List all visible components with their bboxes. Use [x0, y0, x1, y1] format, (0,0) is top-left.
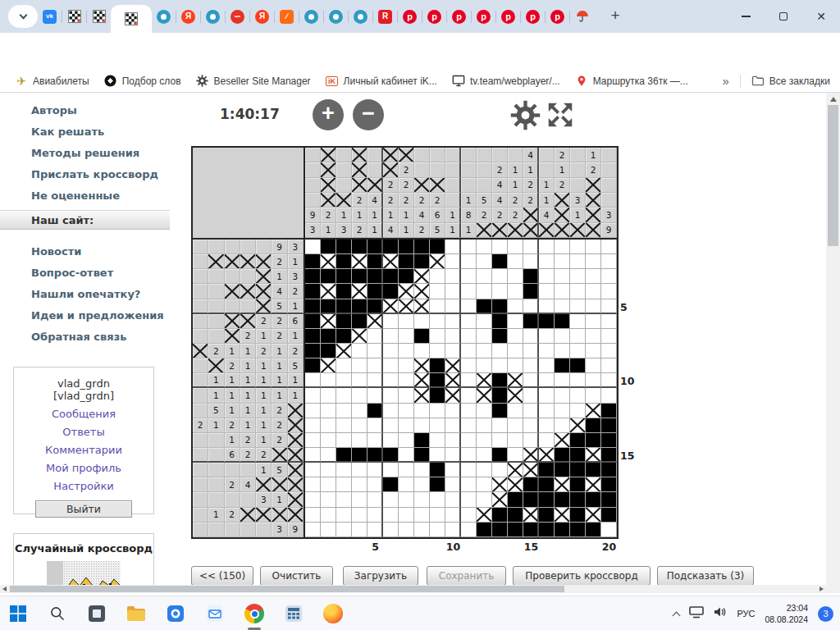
grid-cell[interactable]	[445, 269, 461, 284]
vertical-scroll-thumb[interactable]	[828, 105, 838, 246]
left-clue-cell[interactable]	[193, 492, 208, 507]
grid-cell[interactable]	[383, 433, 399, 448]
grid-cell[interactable]	[570, 523, 586, 537]
grid-cell[interactable]	[523, 314, 539, 329]
top-clue-cell[interactable]	[523, 223, 539, 238]
restore-button[interactable]	[765, 0, 802, 33]
grid-cell[interactable]	[508, 463, 523, 477]
top-clue-cell[interactable]	[477, 162, 492, 177]
grid-cell[interactable]	[399, 404, 414, 418]
top-clue-cell[interactable]	[477, 178, 492, 193]
top-clue-cell[interactable]: 1	[461, 223, 477, 238]
top-clue-cell[interactable]	[336, 162, 352, 177]
blue-app-icon[interactable]	[164, 602, 187, 625]
grid-cell[interactable]	[414, 523, 430, 537]
grid-cell[interactable]	[383, 508, 399, 523]
grid-cell[interactable]	[321, 284, 336, 299]
grid-cell[interactable]	[461, 433, 477, 448]
left-clue-cell[interactable]: 2	[225, 418, 240, 433]
grid-cell[interactable]	[601, 254, 617, 269]
grid-cell[interactable]	[399, 284, 414, 299]
grid-cell[interactable]	[321, 329, 336, 344]
grid-cell[interactable]	[539, 329, 555, 344]
top-clue-cell[interactable]	[477, 223, 492, 238]
left-clue-cell[interactable]	[208, 523, 224, 537]
top-clue-cell[interactable]	[414, 148, 430, 162]
top-clue-cell[interactable]: 2	[414, 193, 430, 208]
grid-cell[interactable]	[508, 388, 523, 403]
pinned-tab[interactable]	[299, 2, 323, 30]
left-clue-cell[interactable]	[193, 373, 208, 388]
top-clue-cell[interactable]	[601, 193, 617, 208]
network-icon[interactable]	[689, 606, 704, 622]
grid-cell[interactable]	[321, 344, 336, 358]
clock[interactable]: 23:04 08.08.2024	[765, 602, 808, 625]
grid-cell[interactable]	[523, 433, 539, 448]
grid-cell[interactable]	[539, 269, 555, 284]
grid-cell[interactable]	[368, 314, 383, 329]
grid-cell[interactable]	[414, 314, 430, 329]
top-clue-cell[interactable]	[586, 223, 601, 238]
left-clue-cell[interactable]	[240, 240, 256, 254]
grid-cell[interactable]	[336, 523, 352, 537]
grid-cell[interactable]	[523, 299, 539, 314]
left-clue-cell[interactable]: 1	[288, 329, 304, 344]
top-clue-cell[interactable]: 2	[383, 178, 399, 193]
pinned-tab[interactable]	[570, 2, 594, 30]
left-clue-cell[interactable]: 1	[272, 269, 287, 284]
grid-cell[interactable]	[414, 448, 430, 463]
horizontal-scrollbar[interactable]	[0, 585, 826, 593]
left-clue-cell[interactable]	[288, 508, 304, 523]
left-clue-cell[interactable]: 1	[288, 373, 304, 388]
left-clue-cell[interactable]	[193, 508, 208, 523]
bookmarks-overflow-button[interactable]: »	[722, 74, 728, 88]
left-clue-cell[interactable]: 2	[240, 448, 256, 463]
top-clue-cell[interactable]	[305, 162, 321, 177]
grid-cell[interactable]	[555, 477, 570, 492]
top-clue-cell[interactable]	[414, 178, 430, 193]
grid-cell[interactable]	[399, 523, 414, 537]
left-clue-cell[interactable]: 3	[272, 523, 287, 537]
grid-cell[interactable]	[523, 329, 539, 344]
top-clue-cell[interactable]	[399, 148, 414, 162]
grid-cell[interactable]	[368, 523, 383, 537]
grid-cell[interactable]	[477, 314, 492, 329]
grid-cell[interactable]	[508, 269, 523, 284]
grid-cell[interactable]	[305, 492, 321, 507]
top-clue-cell[interactable]	[570, 223, 586, 238]
grid-cell[interactable]	[570, 373, 586, 388]
grid-cell[interactable]	[570, 254, 586, 269]
left-clue-cell[interactable]	[193, 433, 208, 448]
grid-cell[interactable]	[508, 373, 523, 388]
grid-cell[interactable]	[477, 299, 492, 314]
grid-cell[interactable]	[399, 492, 414, 507]
top-clue-cell[interactable]	[508, 223, 523, 238]
pinned-tab[interactable]: p	[447, 2, 471, 30]
grid-cell[interactable]	[477, 344, 492, 358]
language-indicator[interactable]: РУС	[737, 609, 755, 619]
left-clue-cell[interactable]	[240, 254, 256, 269]
grid-cell[interactable]	[321, 463, 336, 477]
left-clue-cell[interactable]: 2	[225, 508, 240, 523]
grid-cell[interactable]	[523, 508, 539, 523]
top-clue-cell[interactable]	[430, 162, 445, 177]
top-clue-cell[interactable]: 2	[492, 208, 508, 222]
grid-cell[interactable]	[508, 314, 523, 329]
grid-cell[interactable]	[492, 373, 508, 388]
grid-cell[interactable]	[352, 284, 368, 299]
grid-cell[interactable]	[570, 448, 586, 463]
grid-cell[interactable]	[336, 477, 352, 492]
grid-cell[interactable]	[586, 418, 601, 433]
sidebar-link[interactable]: Обратная связь	[31, 331, 126, 343]
grid-cell[interactable]	[399, 448, 414, 463]
grid-cell[interactable]	[321, 314, 336, 329]
grid-cell[interactable]	[430, 523, 445, 537]
grid-cell[interactable]	[368, 344, 383, 358]
grid-cell[interactable]	[555, 388, 570, 403]
top-clue-cell[interactable]	[445, 178, 461, 193]
grid-cell[interactable]	[368, 388, 383, 403]
all-bookmarks-button[interactable]: Все закладки	[751, 75, 830, 88]
grid-cell[interactable]	[383, 463, 399, 477]
top-clue-cell[interactable]: 3	[336, 223, 352, 238]
grid-cell[interactable]	[555, 254, 570, 269]
